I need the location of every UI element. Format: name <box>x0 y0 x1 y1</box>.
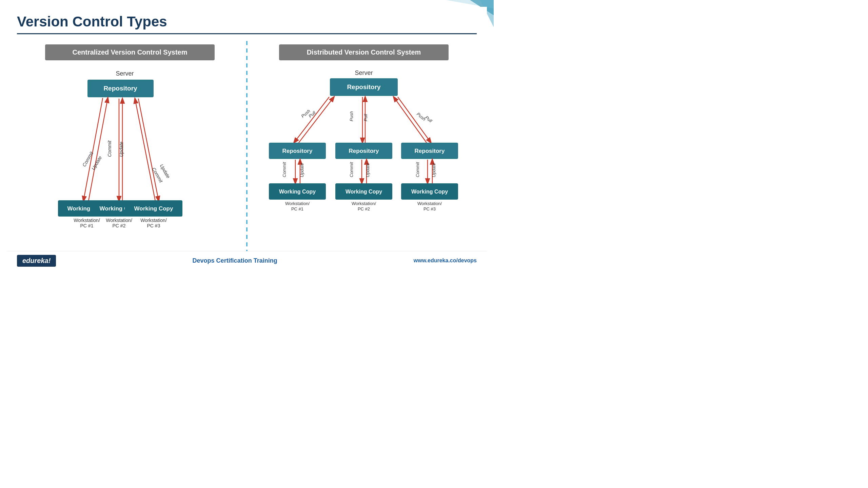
dvcs-wc3-label2: PC #3 <box>423 206 436 211</box>
dvcs-wc3-label: Workstation/ <box>417 201 442 206</box>
dvcs-server-label: Server <box>355 69 373 76</box>
cvcs-arrow-right-down <box>138 99 159 201</box>
dvcs-pull3-label: Pull <box>424 115 433 124</box>
dvcs-commit2-label: Commit <box>349 162 354 177</box>
centralized-panel: Centralized Version Control System Serve… <box>14 41 246 263</box>
centralized-header: Centralized Version Control System <box>45 44 215 60</box>
dvcs-push1-up <box>299 97 334 143</box>
dvcs-update1-label: Update <box>299 163 304 177</box>
dvcs-wc3-text: Working Copy <box>411 189 448 195</box>
dvcs-wc1-text: Working Copy <box>279 189 316 195</box>
dvcs-wc1-label2: PC #1 <box>291 206 303 211</box>
dvcs-push3-label: Push <box>416 111 427 122</box>
content-area: Centralized Version Control System Serve… <box>7 41 487 263</box>
dvcs-pull2-label: Pull <box>363 114 368 121</box>
cvcs-server-label: Server <box>116 70 134 77</box>
cvcs-wc1-label2: PC #1 <box>80 223 94 228</box>
dvcs-wc1-label: Workstation/ <box>285 201 310 206</box>
dvcs-central-repo-text: Repository <box>347 83 381 90</box>
cvcs-wc3-text: Working Copy <box>134 205 173 212</box>
cvcs-wc2-label2: PC #2 <box>113 223 126 228</box>
cvcs-arrow-right-up <box>135 99 155 201</box>
slide-container: Version Control Types Centralized Versio… <box>7 7 487 270</box>
dvcs-local-repo2-text: Repository <box>349 148 379 154</box>
dvcs-wc2-text: Working Copy <box>346 189 382 195</box>
dvcs-wc2-label: Workstation/ <box>352 201 376 206</box>
cvcs-wc3-label2: PC #3 <box>147 223 160 228</box>
distributed-panel: Distributed Version Control System Serve… <box>248 41 480 263</box>
cvcs-update-label-1: Update <box>91 155 103 171</box>
page-title: Version Control Types <box>7 7 487 33</box>
cvcs-wc1-label: Workstation/ <box>74 218 100 223</box>
cvcs-arrow-left-up <box>88 98 108 201</box>
title-underline <box>17 33 477 34</box>
dvcs-commit3-label: Commit <box>415 162 420 177</box>
cvcs-wc2-label: Workstation/ <box>106 218 132 223</box>
cvcs-update-label-2: Update <box>119 142 124 157</box>
cvcs-repo-text: Repository <box>103 85 137 92</box>
dvcs-pull1-down <box>294 97 329 143</box>
footer-right-text: www.edureka.co/devops <box>414 258 477 264</box>
footer: edureka! Devops Certification Training w… <box>7 251 487 270</box>
cvcs-arrow-left-down <box>83 98 103 201</box>
dvcs-local-repo3-text: Repository <box>415 148 445 154</box>
footer-logo: edureka! <box>17 255 56 267</box>
dvcs-commit1-label: Commit <box>282 162 287 177</box>
dvcs-local-repo1-text: Repository <box>282 148 313 154</box>
footer-center-text: Devops Certification Training <box>193 257 277 264</box>
cvcs-commit-label-2: Commit <box>107 140 112 157</box>
distributed-diagram-svg: Server Repository Push Pull Push Pull <box>259 65 469 231</box>
dvcs-push2-label: Push <box>349 111 354 121</box>
centralized-diagram-svg: Server Repository <box>35 65 225 231</box>
dvcs-update3-label: Update <box>431 163 436 177</box>
distributed-header: Distributed Version Control System <box>279 44 449 60</box>
dvcs-update2-label: Update <box>365 163 370 177</box>
cvcs-wc3-label: Workstation/ <box>140 218 167 223</box>
dvcs-wc2-label2: PC #2 <box>358 206 370 211</box>
